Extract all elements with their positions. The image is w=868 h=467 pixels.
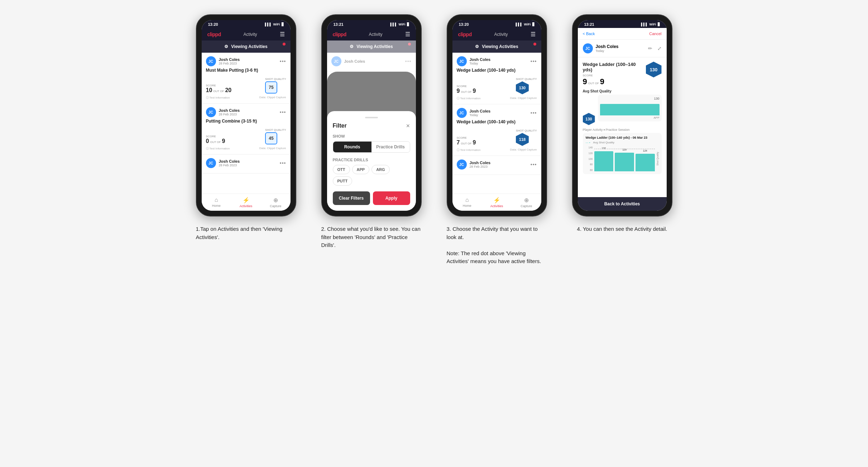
activity-card-3-3[interactable]: JC Josh Coles 28 Feb 2023 ••• xyxy=(452,156,541,175)
tab-home-label-1: Home xyxy=(212,204,221,208)
tag-app[interactable]: APP xyxy=(352,165,370,174)
step-3: 13:20 ▌▌▌ WiFi ▊ clippd Activity ☰ ⚙ V xyxy=(440,14,554,266)
activity-title-1-2: Putting Combine (3-15 ft) xyxy=(206,119,286,124)
menu-icon-1[interactable]: ☰ xyxy=(280,31,285,38)
tab-capture-1[interactable]: ⊕ Capture xyxy=(261,194,291,211)
user-info-1-3: JC Josh Coles 28 Feb 2023 xyxy=(206,158,240,168)
filter-icon-1: ⚙ xyxy=(224,44,228,49)
phone-2: 13:21 ▌▌▌ WiFi ▊ clippd Activity ☰ ⚙ V xyxy=(321,14,422,216)
avg-sq-row-4: 130 130 APP xyxy=(583,95,662,125)
apply-button[interactable]: Apply xyxy=(373,191,410,205)
expand-icon-4[interactable]: ⤢ xyxy=(657,46,662,51)
tab-home-3[interactable]: ⌂ Home xyxy=(452,194,482,211)
modal-container-2: Filter ✕ Show Rounds Practice Drills Pra… xyxy=(327,72,416,211)
tab-activities-1[interactable]: ⚡ Activities xyxy=(231,194,261,211)
status-icons-2: ▌▌▌ WiFi ▊ xyxy=(390,23,409,26)
more-dots-3-2[interactable]: ••• xyxy=(531,110,537,116)
cancel-button-4[interactable]: Cancel xyxy=(649,32,661,36)
user-name-3-3: Josh Coles xyxy=(470,161,491,165)
back-button-4[interactable]: < Back xyxy=(583,32,595,36)
menu-icon-2[interactable]: ☰ xyxy=(405,31,410,38)
bottom-tabs-1: ⌂ Home ⚡ Activities ⊕ Capture xyxy=(202,194,291,211)
back-to-activities-button-4[interactable]: Back to Activities xyxy=(578,197,667,211)
tab-activities-label-3: Activities xyxy=(490,204,503,208)
nav-bar-1: clippd Activity ☰ xyxy=(202,28,291,40)
sq-hex-3-1: 130 xyxy=(516,81,529,94)
viewing-banner-1[interactable]: ⚙ Viewing Activities xyxy=(202,40,291,53)
detail-user-name-4: Josh Coles xyxy=(596,44,619,49)
detail-score-area-4: Score 9 OUT OF 9 xyxy=(583,74,646,86)
show-label: Show xyxy=(333,134,410,138)
capture-icon-1: ⊕ xyxy=(273,197,278,204)
status-icons-3: ▌▌▌ WiFi ▊ xyxy=(515,23,534,26)
red-dot-1 xyxy=(283,43,286,46)
clear-filters-button[interactable]: Clear Filters xyxy=(333,191,370,205)
card-header-3-1: JC Josh Coles Today ••• xyxy=(457,56,537,66)
activity-card-1-3[interactable]: JC Josh Coles 28 Feb 2023 ••• xyxy=(202,154,291,173)
chart-wrapper-4: 140 120 100 80 60 132 xyxy=(586,146,659,171)
practice-drills-toggle[interactable]: Practice Drills xyxy=(371,142,410,152)
avatar-1-2: JC xyxy=(206,107,216,117)
tab-capture-3[interactable]: ⊕ Capture xyxy=(512,194,541,211)
user-info-1-2: JC Josh Coles 28 Feb 2023 xyxy=(206,107,240,117)
detail-chart-large-4: Wedge Ladder (100–140 yds) - 06 Mar 23 —… xyxy=(583,133,662,174)
activity-card-1-1[interactable]: JC Josh Coles 28 Feb 2023 ••• Must Make … xyxy=(202,53,291,104)
nav-title-1: Activity xyxy=(244,32,257,37)
more-dots-1-3[interactable]: ••• xyxy=(280,160,286,166)
modal-title: Filter xyxy=(333,123,347,129)
caption-4: 4. You can then see the Activity detail. xyxy=(577,225,667,233)
score-label-3-1: Score xyxy=(457,85,476,88)
tab-activities-3[interactable]: ⚡ Activities xyxy=(482,194,512,211)
status-icons-4: ▌▌▌ WiFi ▊ xyxy=(641,23,660,26)
score-value-1-2: 0 OUT OF 9 xyxy=(206,138,225,144)
user-name-1-2: Josh Coles xyxy=(219,108,240,113)
activity-card-3-2[interactable]: JC Josh Coles Today ••• Wedge Ladder (10… xyxy=(452,104,541,156)
viewing-banner-3[interactable]: ⚙ Viewing Activities xyxy=(452,40,541,53)
user-date-1-1: 28 Feb 2023 xyxy=(219,62,240,65)
phone-4: 13:21 ▌▌▌ WiFi ▊ < Back Cancel JC J xyxy=(572,14,672,216)
capture-icon-3: ⊕ xyxy=(524,197,529,204)
detail-user-date-4: Today xyxy=(596,49,619,53)
red-dot-2 xyxy=(408,43,411,46)
footer-left-3-1: ⓘ Test Information xyxy=(457,96,481,100)
toggle-group: Rounds Practice Drills xyxy=(333,141,410,153)
user-details-1-3: Josh Coles 28 Feb 2023 xyxy=(219,159,240,167)
bg-card-header-2: JC Josh Coles ••• xyxy=(331,56,412,66)
app-label-4: APP xyxy=(600,116,660,119)
tab-home-1[interactable]: ⌂ Home xyxy=(202,194,231,211)
tag-ott[interactable]: OTT xyxy=(333,165,350,174)
user-date-1-2: 28 Feb 2023 xyxy=(219,113,240,116)
rounds-toggle[interactable]: Rounds xyxy=(333,142,371,152)
tag-putt[interactable]: PUTT xyxy=(333,176,353,186)
out-of-label-3-1: OUT OF xyxy=(461,90,471,94)
user-name-1-3: Josh Coles xyxy=(219,159,240,163)
bg-card-2: JC Josh Coles ••• xyxy=(327,53,416,72)
more-dots-1-2[interactable]: ••• xyxy=(280,109,286,115)
tag-arg[interactable]: ARG xyxy=(371,165,389,174)
home-icon-1: ⌂ xyxy=(215,197,218,203)
player-activity-row-4: Player Activity › Practice Session xyxy=(583,128,662,132)
bg-avatar-2: JC xyxy=(331,56,341,66)
avatar-3-3: JC xyxy=(457,159,467,170)
nav-bar-3: clippd Activity ☰ xyxy=(452,28,541,40)
more-dots-3-3[interactable]: ••• xyxy=(531,162,537,167)
activity-card-3-1[interactable]: JC Josh Coles Today ••• Wedge Ladder (10… xyxy=(452,53,541,104)
sq-hex-3-2: 118 xyxy=(516,133,529,146)
phone-3-screen: 13:20 ▌▌▌ WiFi ▊ clippd Activity ☰ ⚙ V xyxy=(452,20,541,211)
modal-close-button[interactable]: ✕ xyxy=(406,123,410,129)
wifi-icon-4: WiFi xyxy=(649,23,656,26)
y-axis-label-4: Shot Quality xyxy=(656,146,659,171)
more-dots-3-1[interactable]: ••• xyxy=(531,58,537,64)
more-dots-1-1[interactable]: ••• xyxy=(280,58,286,64)
bar-4-a: 132 xyxy=(594,151,614,171)
activity-title-3-1: Wedge Ladder (100–140 yds) xyxy=(457,68,537,73)
menu-icon-3[interactable]: ☰ xyxy=(531,31,536,38)
step-1: 13:20 ▌▌▌ WiFi ▊ clippd Activity ☰ ⚙ V xyxy=(189,14,303,241)
card-footer-1-1: ⓘ Test Information Data: Clippd Capture xyxy=(206,96,286,100)
hex-badge-small-4: 130 xyxy=(583,113,595,125)
activity-card-1-2[interactable]: JC Josh Coles 28 Feb 2023 ••• Putting Co… xyxy=(202,104,291,154)
avatar-3-1: JC xyxy=(457,56,467,66)
edit-icon-4[interactable]: ✏ xyxy=(648,46,652,51)
avatar-3-2: JC xyxy=(457,108,467,118)
activities-icon-3: ⚡ xyxy=(493,197,500,204)
